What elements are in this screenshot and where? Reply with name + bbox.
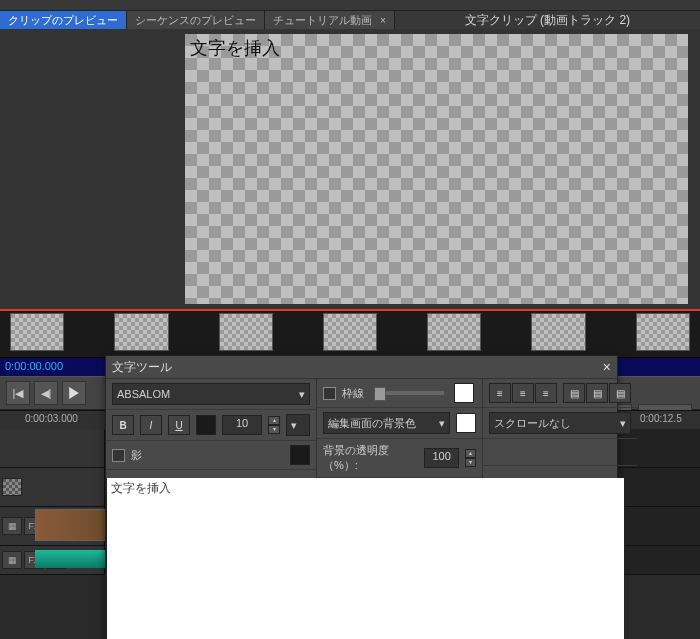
shadow-color-swatch[interactable] — [290, 445, 310, 465]
align-center-button[interactable]: ≡ — [512, 383, 534, 403]
panel-titlebar[interactable]: 文字ツール × — [106, 356, 617, 379]
thumbnail[interactable] — [636, 313, 690, 351]
step-back-button[interactable]: ◀| — [34, 381, 58, 405]
opacity-input[interactable]: 100 — [424, 448, 460, 468]
thumbnail-strip — [0, 309, 700, 358]
tab-sequence-preview[interactable]: シーケンスのプレビュー — [127, 11, 265, 29]
shadow-label: 影 — [131, 448, 142, 463]
text-tool-panel: 文字ツール × ABSALOM▾ B I U 10 ▴▾ ▾ 影 — [105, 355, 618, 639]
frame-color-swatch[interactable] — [454, 383, 474, 403]
frame-slider[interactable] — [374, 391, 444, 395]
window-title: 文字クリップ (動画トラック 2) — [395, 12, 700, 29]
align-right-button[interactable]: ≡ — [535, 383, 557, 403]
valign-mid-button[interactable]: ▤ — [586, 383, 608, 403]
play-button[interactable] — [62, 381, 86, 405]
thumbnail[interactable] — [427, 313, 481, 351]
bg-color-swatch[interactable] — [456, 413, 476, 433]
chevron-down-icon: ▾ — [299, 388, 305, 401]
thumbnail[interactable] — [219, 313, 273, 351]
preview-area: 文字を挿入 — [0, 29, 700, 309]
close-icon[interactable]: × — [380, 15, 386, 26]
tab-clip-preview[interactable]: クリップのプレビュー — [0, 11, 127, 29]
close-icon[interactable]: × — [603, 359, 611, 375]
bold-button[interactable]: B — [112, 415, 134, 435]
opacity-stepper[interactable]: ▴▾ — [465, 449, 476, 467]
thumbnail[interactable] — [10, 313, 64, 351]
valign-top-button[interactable]: ▤ — [563, 383, 585, 403]
font-size-input[interactable]: 10 — [222, 415, 262, 435]
timecode: 0:00:00.000 — [0, 358, 68, 376]
chevron-down-icon: ▾ — [620, 417, 626, 430]
tab-bar: クリップのプレビュー シーケンスのプレビュー チュートリアル動画× 文字クリップ… — [0, 11, 700, 29]
panel-title: 文字ツール — [112, 359, 172, 376]
transition-icon[interactable] — [2, 478, 22, 496]
font-select[interactable]: ABSALOM▾ — [112, 383, 310, 405]
go-start-button[interactable]: |◀ — [6, 381, 30, 405]
scroll-select[interactable]: スクロールなし▾ — [489, 412, 631, 434]
thumbnail[interactable] — [114, 313, 168, 351]
text-input-area[interactable] — [106, 478, 625, 639]
overlay-text: 文字を挿入 — [190, 36, 280, 60]
underline-button[interactable]: U — [168, 415, 190, 435]
frame-checkbox[interactable] — [323, 387, 336, 400]
size-dropdown[interactable]: ▾ — [286, 414, 310, 436]
chevron-down-icon: ▾ — [439, 417, 445, 430]
thumbnail[interactable] — [323, 313, 377, 351]
track-option-icon[interactable]: ▦ — [2, 517, 22, 535]
tab-tutorial[interactable]: チュートリアル動画× — [265, 11, 395, 29]
thumbnail[interactable] — [531, 313, 585, 351]
bgcolor-select[interactable]: 編集画面の背景色▾ — [323, 412, 450, 434]
shadow-checkbox[interactable] — [112, 449, 125, 462]
opacity-label: 背景の透明度（%）: — [323, 443, 412, 473]
frame-label: 枠線 — [342, 386, 364, 401]
preview-canvas[interactable]: 文字を挿入 — [185, 34, 688, 304]
text-color-swatch[interactable] — [196, 415, 216, 435]
valign-bot-button[interactable]: ▤ — [609, 383, 631, 403]
italic-button[interactable]: I — [140, 415, 162, 435]
size-stepper[interactable]: ▴▾ — [268, 416, 280, 434]
align-left-button[interactable]: ≡ — [489, 383, 511, 403]
track-option-icon[interactable]: ▦ — [2, 551, 22, 569]
